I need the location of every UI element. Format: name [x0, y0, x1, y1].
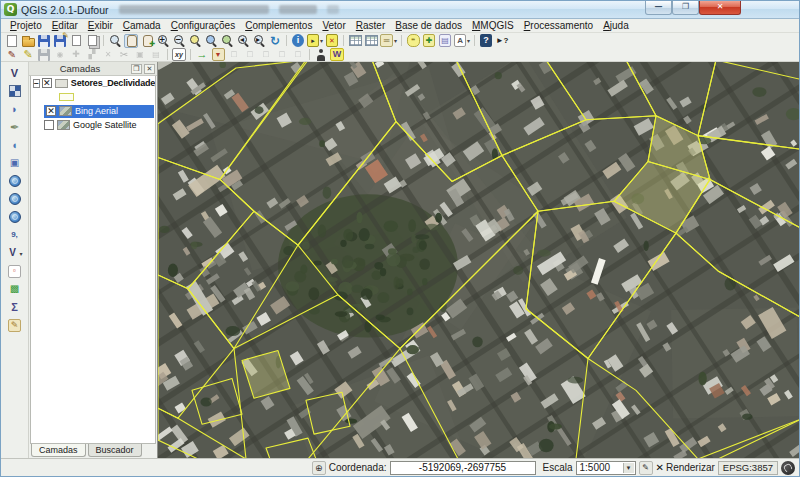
zoom-in[interactable]: + [156, 34, 170, 48]
close-button[interactable]: ✕ [699, 1, 741, 15]
add-postgis-layer[interactable]: ◗ [8, 102, 22, 116]
chevron-down-icon[interactable]: ▾ [467, 37, 470, 44]
add-oracle-layer[interactable]: ▣ [8, 156, 22, 170]
add-delimited-text-layer[interactable]: 9, [8, 228, 22, 242]
add-mssql-layer[interactable]: ◖ [8, 138, 22, 152]
add-wcs-layer[interactable] [8, 192, 22, 206]
add-wms-layer[interactable] [8, 174, 22, 188]
layer-row-setores-declividade-final[interactable]: −✕Setores_Declividade_Final [31, 76, 155, 90]
plugin-export-layer[interactable]: ▼ [211, 48, 225, 62]
scale-combobox[interactable]: 1:5000 ▼ [576, 461, 636, 475]
coordinate-capture[interactable]: xy [172, 48, 186, 62]
save-project-as[interactable]: ✎ [53, 34, 67, 48]
plugin-layer-tool-1[interactable]: □ [227, 48, 241, 62]
menu-item-configurações[interactable]: Configurações [166, 19, 241, 32]
render-checkbox[interactable]: ✕ Renderizar [656, 462, 715, 473]
zoom-to-layer[interactable] [220, 34, 234, 48]
menu-item-ajuda[interactable]: Ajuda [598, 19, 634, 32]
layer-label[interactable]: Bing Aerial [75, 106, 118, 116]
coordinate-tracking-icon[interactable]: ⊕ [312, 461, 326, 475]
plugin-import-arrow[interactable]: → [195, 48, 209, 62]
layer-visibility-checkbox[interactable]: ✕ [42, 78, 52, 88]
node-tool[interactable]: ▞ [85, 48, 99, 62]
dock-tab-buscador[interactable]: Buscador [88, 444, 142, 457]
new-bookmark[interactable]: ✚ [422, 34, 436, 48]
new-print-composer[interactable] [69, 34, 83, 48]
zoom-to-selection[interactable] [204, 34, 218, 48]
remove-layer[interactable]: ▫ [8, 264, 22, 278]
zoom-next[interactable]: ▸ [252, 34, 266, 48]
layer-visibility-checkbox[interactable]: ✕ [46, 106, 56, 116]
measure-line[interactable]: ═▾ [380, 34, 397, 48]
plugin-layer-tool-4[interactable]: □ [275, 48, 289, 62]
touch-zoom-pan[interactable] [108, 34, 122, 48]
coordinate-input[interactable] [390, 461, 536, 475]
menu-item-mmqgis[interactable]: MMQGIS [467, 19, 519, 32]
aerial-map[interactable] [158, 62, 799, 458]
dock-tab-camadas[interactable]: Camadas [31, 444, 86, 457]
add-wfs-layer[interactable] [8, 210, 22, 224]
selected-layer-highlight[interactable]: ✕Bing Aerial [44, 105, 154, 118]
label-tool[interactable]: ✎ [8, 318, 22, 332]
zoom-out[interactable]: − [172, 34, 186, 48]
expander-icon[interactable]: − [33, 79, 40, 88]
plugin-layer-tool-5[interactable]: □ [291, 48, 305, 62]
move-feature[interactable]: ✚ [69, 48, 83, 62]
menu-item-exibir[interactable]: Exibir [83, 19, 118, 32]
whats-this[interactable]: ►? [495, 34, 509, 48]
chevron-down-icon[interactable]: ▾ [19, 250, 22, 257]
maximize-button[interactable]: ❐ [672, 1, 699, 15]
paste-features[interactable]: ▤ [149, 48, 163, 62]
save-layer-edits[interactable] [37, 48, 51, 62]
scale-edit-icon[interactable]: ✎ [639, 461, 653, 475]
cut-features[interactable]: ✂ [117, 48, 131, 62]
delete-selected[interactable]: ✕ [101, 48, 115, 62]
add-vector-layer[interactable]: V [8, 66, 22, 80]
menu-item-base-de-dados[interactable]: Base de dados [390, 19, 467, 32]
chevron-down-icon[interactable]: ▼ [623, 463, 634, 473]
pan-map[interactable] [124, 34, 138, 48]
pan-to-selection[interactable]: ✚ [140, 34, 154, 48]
map-canvas[interactable] [158, 62, 799, 458]
field-calculator[interactable] [364, 34, 378, 48]
add-all-to-overview[interactable]: ▩ [8, 282, 22, 296]
chevron-down-icon[interactable]: ▾ [320, 37, 323, 44]
layer-label[interactable]: Setores_Declividade_Final [71, 78, 156, 88]
layer-visibility-checkbox[interactable] [44, 120, 54, 130]
menu-item-complementos[interactable]: Complementos [240, 19, 317, 32]
menu-item-processamento[interactable]: Processamento [519, 19, 598, 32]
text-annotation[interactable]: A▾ [454, 34, 470, 48]
openlayers-plugin-active[interactable]: W [330, 48, 344, 62]
open-attribute-table[interactable] [348, 34, 362, 48]
toggle-editing[interactable]: ✎ [21, 48, 35, 62]
deselect-features[interactable]: ✕ [325, 34, 339, 48]
copy-features[interactable]: ▣ [133, 48, 147, 62]
new-project[interactable] [5, 34, 19, 48]
composer-manager[interactable] [85, 34, 99, 48]
show-bookmarks[interactable]: ▤ [438, 34, 452, 48]
crs-status-button[interactable]: EPSG:3857 [718, 461, 778, 475]
zoom-last[interactable]: ◂ [236, 34, 250, 48]
layer-row-google-satellite[interactable]: Google Satellite [31, 118, 155, 132]
add-feature[interactable]: ◉ [53, 48, 67, 62]
refresh-map[interactable]: ↻ [268, 34, 282, 48]
identify-features[interactable]: i [291, 34, 305, 48]
save-project[interactable] [37, 34, 51, 48]
georeferencer[interactable] [314, 48, 328, 62]
crs-globe-icon[interactable] [781, 461, 795, 475]
open-project[interactable] [21, 34, 35, 48]
panel-float-icon[interactable]: ❐ [131, 64, 142, 74]
menu-item-vetor[interactable]: Vetor [317, 19, 350, 32]
help-contents[interactable]: ? [479, 34, 493, 48]
panel-close-icon[interactable]: ✕ [144, 64, 155, 74]
menu-item-camada[interactable]: Camada [118, 19, 166, 32]
layer-label[interactable]: Google Satellite [73, 120, 137, 130]
minimize-button[interactable]: — [645, 1, 672, 15]
new-shapefile-layer[interactable]: V▾ [6, 246, 22, 260]
select-features[interactable]: ▸▾ [307, 34, 323, 48]
current-edits[interactable]: ✎ [5, 48, 19, 62]
plugin-layer-tool-2[interactable]: □ [243, 48, 257, 62]
plugin-layer-tool-3[interactable]: □ [259, 48, 273, 62]
chevron-down-icon[interactable]: ▾ [394, 37, 397, 44]
show-statistical-summary[interactable]: Σ [8, 300, 22, 314]
